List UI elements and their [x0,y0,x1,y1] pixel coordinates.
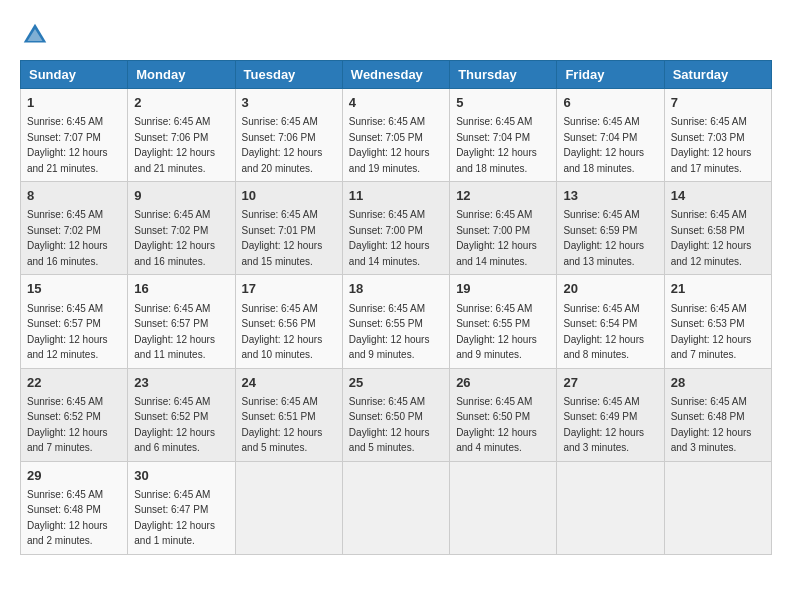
day-info: Sunrise: 6:45 AMSunset: 6:52 PMDaylight:… [134,396,215,454]
day-number: 30 [134,467,228,485]
day-number: 15 [27,280,121,298]
day-info: Sunrise: 6:45 AMSunset: 6:50 PMDaylight:… [349,396,430,454]
calendar-day-cell: 24 Sunrise: 6:45 AMSunset: 6:51 PMDaylig… [235,368,342,461]
day-info: Sunrise: 6:45 AMSunset: 7:07 PMDaylight:… [27,116,108,174]
day-number: 6 [563,94,657,112]
day-number: 29 [27,467,121,485]
calendar-day-cell: 27 Sunrise: 6:45 AMSunset: 6:49 PMDaylig… [557,368,664,461]
day-number: 22 [27,374,121,392]
day-info: Sunrise: 6:45 AMSunset: 6:55 PMDaylight:… [456,303,537,361]
weekday-header: Wednesday [342,61,449,89]
logo [20,20,54,50]
calendar-day-cell [557,461,664,554]
day-number: 21 [671,280,765,298]
day-info: Sunrise: 6:45 AMSunset: 7:04 PMDaylight:… [456,116,537,174]
day-number: 7 [671,94,765,112]
calendar-day-cell: 9 Sunrise: 6:45 AMSunset: 7:02 PMDayligh… [128,182,235,275]
day-info: Sunrise: 6:45 AMSunset: 7:04 PMDaylight:… [563,116,644,174]
day-info: Sunrise: 6:45 AMSunset: 6:54 PMDaylight:… [563,303,644,361]
day-number: 26 [456,374,550,392]
day-number: 12 [456,187,550,205]
calendar-day-cell [664,461,771,554]
day-info: Sunrise: 6:45 AMSunset: 7:02 PMDaylight:… [27,209,108,267]
day-number: 2 [134,94,228,112]
calendar-header-row: SundayMondayTuesdayWednesdayThursdayFrid… [21,61,772,89]
day-number: 1 [27,94,121,112]
day-info: Sunrise: 6:45 AMSunset: 6:48 PMDaylight:… [671,396,752,454]
day-number: 14 [671,187,765,205]
calendar-day-cell [235,461,342,554]
day-number: 5 [456,94,550,112]
day-number: 16 [134,280,228,298]
day-info: Sunrise: 6:45 AMSunset: 6:57 PMDaylight:… [27,303,108,361]
day-number: 27 [563,374,657,392]
calendar-day-cell: 28 Sunrise: 6:45 AMSunset: 6:48 PMDaylig… [664,368,771,461]
day-info: Sunrise: 6:45 AMSunset: 7:05 PMDaylight:… [349,116,430,174]
calendar-day-cell: 15 Sunrise: 6:45 AMSunset: 6:57 PMDaylig… [21,275,128,368]
logo-icon [20,20,50,50]
calendar-day-cell [450,461,557,554]
calendar-day-cell: 6 Sunrise: 6:45 AMSunset: 7:04 PMDayligh… [557,89,664,182]
day-number: 17 [242,280,336,298]
calendar-day-cell: 7 Sunrise: 6:45 AMSunset: 7:03 PMDayligh… [664,89,771,182]
calendar-week-row: 22 Sunrise: 6:45 AMSunset: 6:52 PMDaylig… [21,368,772,461]
weekday-header: Sunday [21,61,128,89]
weekday-header: Friday [557,61,664,89]
day-info: Sunrise: 6:45 AMSunset: 6:48 PMDaylight:… [27,489,108,547]
weekday-header: Thursday [450,61,557,89]
day-info: Sunrise: 6:45 AMSunset: 7:00 PMDaylight:… [456,209,537,267]
day-info: Sunrise: 6:45 AMSunset: 6:56 PMDaylight:… [242,303,323,361]
calendar-day-cell: 8 Sunrise: 6:45 AMSunset: 7:02 PMDayligh… [21,182,128,275]
calendar-week-row: 8 Sunrise: 6:45 AMSunset: 7:02 PMDayligh… [21,182,772,275]
day-info: Sunrise: 6:45 AMSunset: 6:47 PMDaylight:… [134,489,215,547]
calendar-day-cell: 13 Sunrise: 6:45 AMSunset: 6:59 PMDaylig… [557,182,664,275]
day-number: 20 [563,280,657,298]
day-info: Sunrise: 6:45 AMSunset: 6:51 PMDaylight:… [242,396,323,454]
calendar-day-cell: 17 Sunrise: 6:45 AMSunset: 6:56 PMDaylig… [235,275,342,368]
day-info: Sunrise: 6:45 AMSunset: 7:06 PMDaylight:… [134,116,215,174]
calendar-day-cell: 11 Sunrise: 6:45 AMSunset: 7:00 PMDaylig… [342,182,449,275]
calendar-day-cell: 23 Sunrise: 6:45 AMSunset: 6:52 PMDaylig… [128,368,235,461]
day-info: Sunrise: 6:45 AMSunset: 6:59 PMDaylight:… [563,209,644,267]
day-number: 8 [27,187,121,205]
calendar-day-cell: 21 Sunrise: 6:45 AMSunset: 6:53 PMDaylig… [664,275,771,368]
calendar-week-row: 29 Sunrise: 6:45 AMSunset: 6:48 PMDaylig… [21,461,772,554]
calendar-day-cell: 30 Sunrise: 6:45 AMSunset: 6:47 PMDaylig… [128,461,235,554]
day-number: 24 [242,374,336,392]
weekday-header: Saturday [664,61,771,89]
calendar-day-cell: 2 Sunrise: 6:45 AMSunset: 7:06 PMDayligh… [128,89,235,182]
day-number: 28 [671,374,765,392]
day-number: 23 [134,374,228,392]
calendar-day-cell [342,461,449,554]
calendar-day-cell: 18 Sunrise: 6:45 AMSunset: 6:55 PMDaylig… [342,275,449,368]
calendar-day-cell: 19 Sunrise: 6:45 AMSunset: 6:55 PMDaylig… [450,275,557,368]
calendar-day-cell: 29 Sunrise: 6:45 AMSunset: 6:48 PMDaylig… [21,461,128,554]
weekday-header: Tuesday [235,61,342,89]
calendar-day-cell: 14 Sunrise: 6:45 AMSunset: 6:58 PMDaylig… [664,182,771,275]
calendar-day-cell: 5 Sunrise: 6:45 AMSunset: 7:04 PMDayligh… [450,89,557,182]
calendar-day-cell: 26 Sunrise: 6:45 AMSunset: 6:50 PMDaylig… [450,368,557,461]
day-info: Sunrise: 6:45 AMSunset: 6:50 PMDaylight:… [456,396,537,454]
day-info: Sunrise: 6:45 AMSunset: 7:01 PMDaylight:… [242,209,323,267]
calendar-day-cell: 12 Sunrise: 6:45 AMSunset: 7:00 PMDaylig… [450,182,557,275]
calendar-day-cell: 16 Sunrise: 6:45 AMSunset: 6:57 PMDaylig… [128,275,235,368]
weekday-header: Monday [128,61,235,89]
day-info: Sunrise: 6:45 AMSunset: 7:02 PMDaylight:… [134,209,215,267]
calendar-table: SundayMondayTuesdayWednesdayThursdayFrid… [20,60,772,555]
page-header [20,20,772,50]
day-info: Sunrise: 6:45 AMSunset: 7:03 PMDaylight:… [671,116,752,174]
day-info: Sunrise: 6:45 AMSunset: 6:58 PMDaylight:… [671,209,752,267]
day-number: 10 [242,187,336,205]
day-number: 3 [242,94,336,112]
calendar-day-cell: 10 Sunrise: 6:45 AMSunset: 7:01 PMDaylig… [235,182,342,275]
day-number: 18 [349,280,443,298]
calendar-day-cell: 1 Sunrise: 6:45 AMSunset: 7:07 PMDayligh… [21,89,128,182]
day-number: 9 [134,187,228,205]
calendar-day-cell: 4 Sunrise: 6:45 AMSunset: 7:05 PMDayligh… [342,89,449,182]
calendar-day-cell: 20 Sunrise: 6:45 AMSunset: 6:54 PMDaylig… [557,275,664,368]
day-info: Sunrise: 6:45 AMSunset: 6:55 PMDaylight:… [349,303,430,361]
day-info: Sunrise: 6:45 AMSunset: 6:57 PMDaylight:… [134,303,215,361]
day-info: Sunrise: 6:45 AMSunset: 7:00 PMDaylight:… [349,209,430,267]
calendar-day-cell: 3 Sunrise: 6:45 AMSunset: 7:06 PMDayligh… [235,89,342,182]
day-number: 25 [349,374,443,392]
